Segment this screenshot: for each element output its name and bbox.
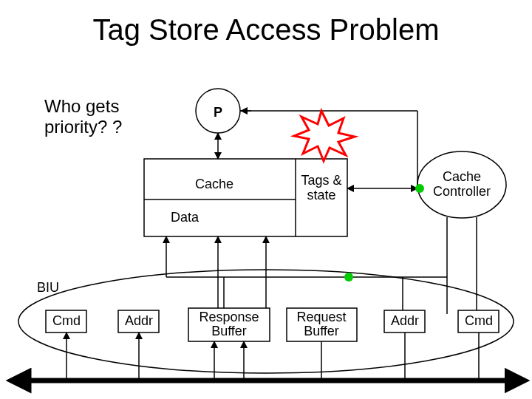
label-req-l1: Request (296, 310, 346, 324)
label-cmd-l: Cmd (52, 313, 81, 328)
dot-biu-junction (344, 273, 353, 282)
svg-marker-0 (294, 111, 355, 161)
label-tags-l1: Tags & (301, 173, 341, 188)
diagram-canvas: BIU Cache Data Tags & state P Cache Cont… (0, 0, 532, 399)
label-addr-r: Addr (391, 313, 419, 328)
label-addr-l: Addr (125, 313, 153, 328)
conflict-starburst (294, 111, 355, 161)
label-resp-l1: Response (199, 310, 259, 324)
label-cmd-r: Cmd (465, 313, 493, 328)
label-req-l2: Buffer (304, 324, 339, 338)
dot-tags-controller (415, 184, 424, 193)
biu-label: BIU (37, 280, 59, 295)
label-resp-l2: Buffer (211, 324, 247, 338)
label-data: Data (171, 210, 200, 225)
label-cache: Cache (195, 177, 233, 191)
label-controller-l1: Cache (443, 169, 481, 184)
label-controller-l2: Controller (433, 184, 491, 199)
label-tags-l2: state (307, 188, 335, 202)
label-p: P (214, 105, 222, 120)
